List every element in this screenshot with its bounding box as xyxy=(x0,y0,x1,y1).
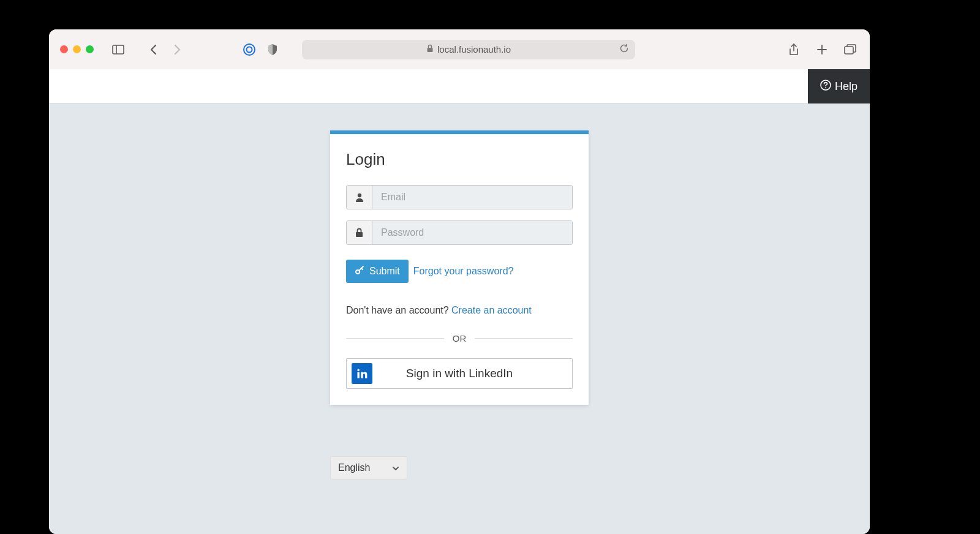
key-icon xyxy=(355,265,364,277)
app-header-bar xyxy=(49,69,870,103)
privacy-shield-icon[interactable] xyxy=(264,41,281,58)
forward-button[interactable] xyxy=(168,41,186,58)
svg-point-9 xyxy=(825,87,826,88)
close-window-button[interactable] xyxy=(60,45,68,53)
or-divider: OR xyxy=(346,333,573,344)
svg-rect-11 xyxy=(356,232,363,237)
login-card: Login xyxy=(330,130,589,405)
linkedin-label: Sign in with LinkedIn xyxy=(347,367,572,380)
submit-button[interactable]: Submit xyxy=(346,260,409,283)
action-row: Submit Forgot your password? xyxy=(346,260,573,283)
chevron-down-icon xyxy=(392,462,399,473)
help-label: Help xyxy=(835,80,858,93)
email-field[interactable] xyxy=(372,186,572,209)
share-icon[interactable] xyxy=(785,41,802,58)
divider-line xyxy=(346,338,444,339)
tabs-overview-icon[interactable] xyxy=(842,41,859,58)
address-text: local.fusionauth.io xyxy=(437,44,511,55)
or-label: OR xyxy=(444,333,475,344)
address-bar[interactable]: local.fusionauth.io xyxy=(302,40,635,59)
forgot-password-link[interactable]: Forgot your password? xyxy=(413,266,514,277)
back-button[interactable] xyxy=(145,41,162,58)
svg-point-10 xyxy=(357,194,361,197)
user-icon xyxy=(347,186,372,209)
linkedin-signin-button[interactable]: Sign in with LinkedIn xyxy=(346,358,573,389)
svg-rect-7 xyxy=(845,47,853,54)
login-title: Login xyxy=(346,150,573,169)
svg-point-3 xyxy=(247,47,252,52)
toolbar-right xyxy=(785,41,859,58)
language-selected: English xyxy=(338,462,370,473)
email-input-group xyxy=(346,185,573,209)
help-icon xyxy=(820,80,831,94)
browser-toolbar: local.fusionauth.io xyxy=(49,29,870,69)
browser-window: local.fusionauth.io Help xyxy=(49,29,870,534)
lock-icon xyxy=(426,44,434,55)
create-account-link[interactable]: Create an account xyxy=(451,305,532,315)
help-button[interactable]: Help xyxy=(808,69,870,103)
divider-line xyxy=(475,338,573,339)
svg-rect-4 xyxy=(427,48,432,52)
reload-icon[interactable] xyxy=(619,43,629,55)
svg-point-2 xyxy=(244,44,255,55)
minimize-window-button[interactable] xyxy=(73,45,81,53)
no-account-text: Don't have an account? xyxy=(346,305,451,315)
onepassword-extension-icon[interactable] xyxy=(241,41,258,58)
lock-icon xyxy=(347,221,372,244)
svg-rect-0 xyxy=(113,45,124,54)
new-tab-icon[interactable] xyxy=(813,41,831,58)
sidebar-toggle-icon[interactable] xyxy=(110,41,127,58)
page-content: Help Login xyxy=(49,69,870,534)
maximize-window-button[interactable] xyxy=(86,45,94,53)
submit-label: Submit xyxy=(369,266,400,277)
password-input-group xyxy=(346,220,573,245)
password-field[interactable] xyxy=(372,221,572,244)
window-controls xyxy=(60,45,94,53)
no-account-row: Don't have an account? Create an account xyxy=(346,305,573,316)
language-select[interactable]: English xyxy=(330,456,407,479)
